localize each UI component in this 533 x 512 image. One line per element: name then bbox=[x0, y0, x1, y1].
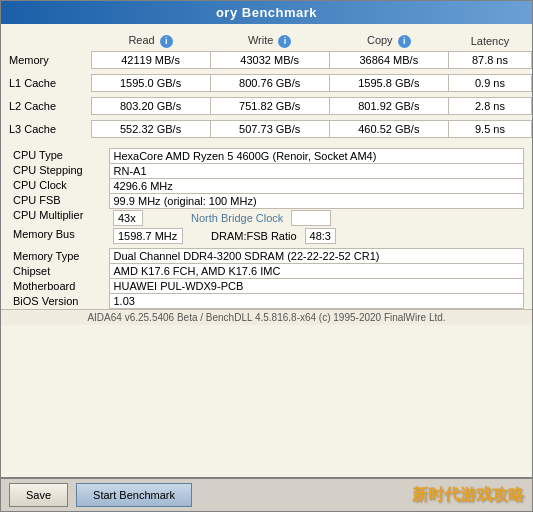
spec-value: 99.9 MHz (original: 100 MHz) bbox=[109, 193, 524, 208]
spec-label: Motherboard bbox=[9, 279, 109, 294]
spec-value: Dual Channel DDR4-3200 SDRAM (22-22-22-5… bbox=[109, 249, 524, 264]
write-cell: 507.73 GB/s bbox=[210, 121, 329, 138]
row-label: L1 Cache bbox=[1, 75, 91, 92]
row-label: Memory bbox=[1, 52, 91, 69]
latency-cell: 0.9 ns bbox=[448, 75, 531, 92]
row-label: L2 Cache bbox=[1, 98, 91, 115]
write-cell: 751.82 GB/s bbox=[210, 98, 329, 115]
spec-row: BiOS Version 1.03 bbox=[9, 294, 524, 309]
spec-label: CPU Clock bbox=[9, 178, 109, 193]
spec-value: 4296.6 MHz bbox=[109, 178, 524, 193]
spec-value: HUAWEI PUL-WDX9-PCB bbox=[109, 279, 524, 294]
dram-fsb-value: 48:3 bbox=[305, 228, 336, 244]
north-bridge-input[interactable] bbox=[291, 210, 331, 226]
main-window: ory Benchmark Read i Write i Copy bbox=[0, 0, 533, 512]
spec-row: CPU FSB 99.9 MHz (original: 100 MHz) bbox=[9, 193, 524, 208]
bottom-bar: Save Start Benchmark 新时代游戏攻略 bbox=[1, 477, 532, 511]
spec-row: CPU Type HexaCore AMD Ryzen 5 4600G (Ren… bbox=[9, 148, 524, 163]
col-write-header: Write i bbox=[210, 28, 329, 52]
spec-row: Motherboard HUAWEI PUL-WDX9-PCB bbox=[9, 279, 524, 294]
copy-cell: 36864 MB/s bbox=[329, 52, 448, 69]
col-latency-header: Latency bbox=[448, 28, 531, 52]
window-title: ory Benchmark bbox=[216, 5, 317, 20]
dram-fsb-label: DRAM:FSB Ratio bbox=[211, 230, 297, 242]
spec-table: CPU Type HexaCore AMD Ryzen 5 4600G (Ren… bbox=[9, 142, 524, 309]
spec-label: CPU FSB bbox=[9, 193, 109, 208]
table-header-row: Read i Write i Copy i Latency bbox=[1, 28, 532, 52]
write-cell: 800.76 GB/s bbox=[210, 75, 329, 92]
spec-value: HexaCore AMD Ryzen 5 4600G (Renoir, Sock… bbox=[109, 148, 524, 163]
table-row: L1 Cache 1595.0 GB/s 800.76 GB/s 1595.8 … bbox=[1, 75, 532, 92]
read-cell: 1595.0 GB/s bbox=[91, 75, 210, 92]
spec-value: AMD K17.6 FCH, AMD K17.6 IMC bbox=[109, 264, 524, 279]
spec-row: CPU Clock 4296.6 MHz bbox=[9, 178, 524, 193]
spec-label: Memory Bus bbox=[9, 227, 109, 245]
read-cell: 803.20 GB/s bbox=[91, 98, 210, 115]
latency-cell: 9.5 ns bbox=[448, 121, 531, 138]
spec-value: 43x bbox=[113, 210, 143, 226]
col-copy-header: Copy i bbox=[329, 28, 448, 52]
title-bar: ory Benchmark bbox=[1, 1, 532, 24]
spec-label: CPU Type bbox=[9, 148, 109, 163]
table-row: Memory 42119 MB/s 43032 MB/s 36864 MB/s … bbox=[1, 52, 532, 69]
write-info-icon[interactable]: i bbox=[278, 35, 291, 48]
read-cell: 552.32 GB/s bbox=[91, 121, 210, 138]
spec-row: Memory Bus 1598.7 MHz DRAM:FSB Ratio 48:… bbox=[9, 227, 524, 245]
copy-cell: 460.52 GB/s bbox=[329, 121, 448, 138]
spec-label: BiOS Version bbox=[9, 294, 109, 309]
spec-value: 1598.7 MHz bbox=[113, 228, 183, 244]
copy-info-icon[interactable]: i bbox=[398, 35, 411, 48]
watermark: 新时代游戏攻略 bbox=[412, 485, 524, 506]
table-row: L3 Cache 552.32 GB/s 507.73 GB/s 460.52 … bbox=[1, 121, 532, 138]
table-row: L2 Cache 803.20 GB/s 751.82 GB/s 801.92 … bbox=[1, 98, 532, 115]
start-benchmark-button[interactable]: Start Benchmark bbox=[76, 483, 192, 507]
copy-cell: 801.92 GB/s bbox=[329, 98, 448, 115]
content-area: Read i Write i Copy i Latency bbox=[1, 24, 532, 477]
spec-value: RN-A1 bbox=[109, 163, 524, 178]
save-button[interactable]: Save bbox=[9, 483, 68, 507]
spec-row: CPU Stepping RN-A1 bbox=[9, 163, 524, 178]
spec-row: Chipset AMD K17.6 FCH, AMD K17.6 IMC bbox=[9, 264, 524, 279]
read-info-icon[interactable]: i bbox=[160, 35, 173, 48]
spec-value: 1.03 bbox=[109, 294, 524, 309]
spec-label: CPU Multiplier bbox=[9, 208, 109, 227]
latency-cell: 2.8 ns bbox=[448, 98, 531, 115]
col-read-header: Read i bbox=[91, 28, 210, 52]
benchmark-table: Read i Write i Copy i Latency bbox=[1, 28, 532, 138]
spec-row: Memory Type Dual Channel DDR4-3200 SDRAM… bbox=[9, 249, 524, 264]
read-cell: 42119 MB/s bbox=[91, 52, 210, 69]
spec-label: Memory Type bbox=[9, 249, 109, 264]
row-label: L3 Cache bbox=[1, 121, 91, 138]
footer-text: AIDA64 v6.25.5406 Beta / BenchDLL 4.5.81… bbox=[1, 309, 532, 325]
spec-label: Chipset bbox=[9, 264, 109, 279]
latency-cell: 87.8 ns bbox=[448, 52, 531, 69]
north-bridge-label: North Bridge Clock bbox=[191, 212, 283, 224]
spec-label: CPU Stepping bbox=[9, 163, 109, 178]
copy-cell: 1595.8 GB/s bbox=[329, 75, 448, 92]
spec-row: CPU Multiplier 43x North Bridge Clock bbox=[9, 208, 524, 227]
write-cell: 43032 MB/s bbox=[210, 52, 329, 69]
